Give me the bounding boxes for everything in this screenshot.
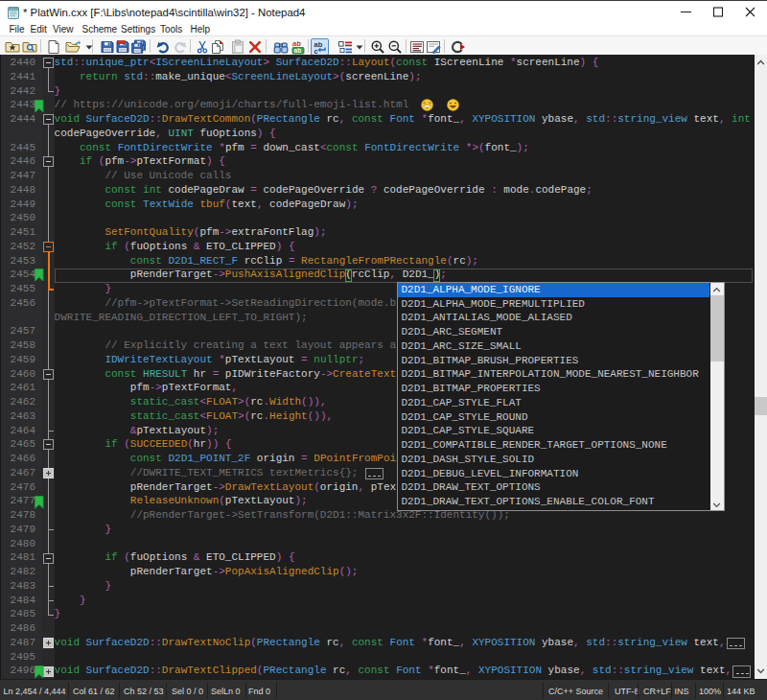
svg-text:c: c	[314, 47, 317, 56]
svg-text:ab: ab	[294, 47, 302, 54]
